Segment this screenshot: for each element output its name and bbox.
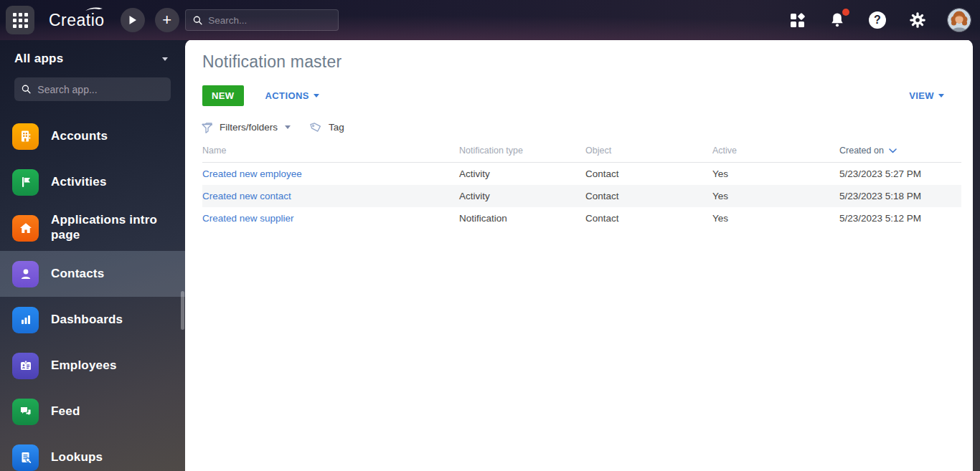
marketplace-apps-button[interactable] — [786, 9, 808, 31]
view-button[interactable]: VIEW — [909, 90, 944, 101]
tag-label: Tag — [329, 122, 344, 133]
sidebar-item-label: Feed — [51, 404, 80, 419]
sidebar-item-label: Dashboards — [51, 313, 123, 328]
column-header-active[interactable]: Active — [712, 146, 839, 156]
table-header: Name Notification type Object Active Cre… — [202, 146, 961, 163]
created-on-label: Created on — [839, 146, 884, 156]
question-mark-icon: ? — [869, 11, 886, 29]
chat-bubbles-icon — [12, 399, 39, 425]
row-notification-type: Activity — [459, 168, 585, 179]
sidebar-item-label: Applications intro page — [51, 213, 173, 242]
notification-badge — [842, 9, 849, 16]
table-row[interactable]: Created new employee Activity Contact Ye… — [202, 163, 961, 185]
column-header-created-on[interactable]: Created on — [839, 146, 961, 156]
quick-add-button[interactable]: + — [155, 8, 179, 32]
filter-funnel-icon — [201, 121, 214, 134]
page-title: Notification master — [202, 52, 961, 72]
document-search-icon — [12, 444, 39, 471]
notifications-table: Name Notification type Object Active Cre… — [202, 146, 961, 229]
actions-button[interactable]: ACTIONS — [265, 90, 319, 101]
gear-icon — [908, 11, 927, 29]
sidebar-nav: Accounts Activities Applications intro p… — [0, 113, 185, 471]
column-header-notification-type[interactable]: Notification type — [459, 146, 585, 156]
logo-swoosh-icon — [85, 6, 103, 12]
apps-grid-icon — [791, 14, 804, 27]
chevron-down-icon — [938, 94, 944, 97]
building-icon — [12, 123, 39, 150]
search-icon — [22, 84, 31, 95]
sidebar: All apps Accounts Activities — [0, 40, 185, 471]
row-object: Contact — [585, 168, 712, 179]
global-search[interactable] — [185, 9, 339, 31]
view-label: VIEW — [909, 90, 934, 101]
row-active: Yes — [712, 191, 839, 201]
tag-icon — [309, 120, 323, 134]
row-notification-type: Activity — [459, 191, 585, 201]
row-created-on: 5/23/2023 5:18 PM — [839, 191, 961, 201]
id-card-icon — [12, 353, 39, 379]
run-process-button[interactable] — [121, 8, 145, 32]
main-menu-button[interactable] — [6, 6, 34, 34]
row-notification-type: Notification — [459, 213, 585, 224]
row-created-on: 5/23/2023 5:27 PM — [839, 168, 961, 179]
sidebar-item-dashboards[interactable]: Dashboards — [0, 297, 185, 343]
app-search-input[interactable] — [37, 84, 164, 95]
chevron-down-icon — [162, 57, 168, 61]
filters-folders-button[interactable]: Filters/folders — [201, 121, 291, 134]
avatar-photo — [948, 9, 971, 32]
bar-chart-icon — [12, 307, 39, 333]
actions-label: ACTIONS — [265, 90, 309, 101]
grid-menu-icon — [13, 13, 28, 28]
creatio-logo: Creatio — [49, 11, 105, 30]
top-bar: Creatio + ? — [0, 0, 980, 40]
tag-button[interactable]: Tag — [309, 120, 344, 134]
row-active: Yes — [712, 213, 839, 224]
column-header-object[interactable]: Object — [585, 146, 712, 156]
main-panel: Notification master NEW ACTIONS VIEW Fil… — [185, 39, 973, 471]
sidebar-item-lookups[interactable]: Lookups — [0, 434, 185, 471]
row-object: Contact — [585, 213, 712, 224]
row-name-link[interactable]: Created new supplier — [202, 213, 459, 224]
row-name-link[interactable]: Created new employee — [202, 168, 459, 179]
workspace-label: All apps — [14, 52, 64, 66]
sidebar-item-label: Lookups — [51, 450, 103, 465]
settings-button[interactable] — [907, 9, 928, 31]
row-object: Contact — [585, 191, 712, 201]
global-search-input[interactable] — [208, 15, 331, 26]
sidebar-scrollbar[interactable] — [181, 291, 184, 330]
filters-folders-label: Filters/folders — [220, 122, 278, 133]
sidebar-item-accounts[interactable]: Accounts — [0, 113, 185, 159]
search-icon — [193, 15, 202, 26]
table-row[interactable]: Created new contact Activity Contact Yes… — [202, 185, 961, 207]
sidebar-item-contacts[interactable]: Contacts — [0, 251, 185, 297]
row-created-on: 5/23/2023 5:12 PM — [839, 213, 961, 224]
notifications-button[interactable] — [826, 9, 848, 31]
table-row[interactable]: Created new supplier Notification Contac… — [202, 207, 961, 229]
plus-icon: + — [162, 12, 171, 28]
filter-bar: Filters/folders Tag — [201, 120, 961, 134]
row-active: Yes — [712, 168, 839, 179]
row-name-link[interactable]: Created new contact — [202, 191, 459, 201]
toolbar: NEW ACTIONS VIEW — [202, 85, 961, 106]
sidebar-item-label: Accounts — [51, 129, 108, 144]
chevron-down-icon — [285, 125, 291, 129]
help-button[interactable]: ? — [867, 9, 888, 31]
column-header-name[interactable]: Name — [202, 146, 459, 156]
play-icon — [128, 15, 137, 25]
user-avatar[interactable] — [947, 8, 971, 32]
sidebar-item-employees[interactable]: Employees — [0, 343, 185, 389]
sort-descending-icon — [889, 148, 897, 153]
sidebar-item-applications-intro-page[interactable]: Applications intro page — [0, 205, 185, 251]
home-icon — [12, 215, 39, 242]
app-search[interactable] — [14, 77, 171, 101]
sidebar-item-feed[interactable]: Feed — [0, 389, 185, 434]
sidebar-item-label: Employees — [51, 358, 117, 374]
sidebar-item-activities[interactable]: Activities — [0, 159, 185, 205]
chevron-down-icon — [314, 94, 319, 97]
workspace-selector[interactable]: All apps — [0, 40, 185, 66]
sidebar-item-label: Activities — [51, 175, 107, 190]
new-button[interactable]: NEW — [202, 85, 244, 106]
person-icon — [12, 261, 39, 287]
sidebar-item-label: Contacts — [51, 267, 104, 282]
flag-icon — [12, 169, 39, 196]
